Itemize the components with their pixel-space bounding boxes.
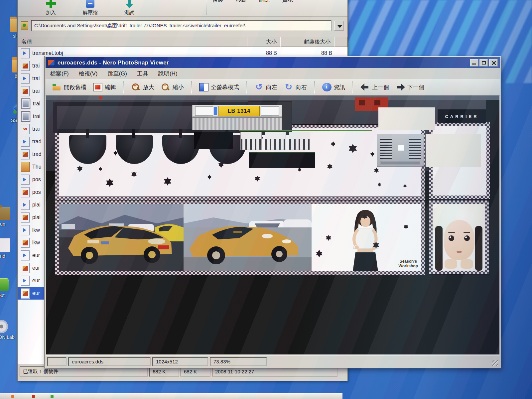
rotl-button[interactable]: ↺向左 <box>251 81 281 93</box>
bumper-bar <box>192 117 282 130</box>
desktop-icon-label: out <box>0 293 5 298</box>
menu-f[interactable]: 檔案(F) <box>50 70 69 77</box>
toolbar-button-label: 縮小 <box>173 83 184 91</box>
close-button[interactable] <box>489 59 498 66</box>
file-wdoc-icon <box>21 124 30 134</box>
file-doc-icon <box>21 225 30 235</box>
taskbar-sliver[interactable] <box>0 393 342 399</box>
star-of-david-icon <box>326 235 331 241</box>
chassis-rail <box>46 95 486 100</box>
grill-icon <box>409 138 421 159</box>
address-input[interactable]: C:\Documents and Settings\kent\桌面\drift_… <box>31 20 332 31</box>
menu-[interactable]: 工具 <box>137 70 148 77</box>
open-button[interactable]: 開啟舊檔 <box>49 81 90 93</box>
dark-box <box>194 132 233 149</box>
girl-panel: Season's Workshop <box>312 204 421 271</box>
green-trim <box>239 130 372 131</box>
column-header[interactable]: 名稱 <box>18 37 247 47</box>
file-name: pos <box>32 177 41 183</box>
menu-g[interactable]: 跳至(G) <box>107 70 127 77</box>
viewer-window: euroacres.dds - Nero PhotoSnap Viewer 檔案… <box>44 56 501 368</box>
file-img-icon <box>21 86 30 96</box>
taskbar-icon <box>32 395 35 398</box>
resize-grip[interactable] <box>492 360 498 366</box>
white-panel-a <box>378 107 435 130</box>
edit-button[interactable]: 編輯 <box>90 81 119 93</box>
archive-action-button[interactable]: 複製 <box>210 0 225 4</box>
minimize-button[interactable] <box>470 59 478 66</box>
desktop-icon-green[interactable]: out <box>0 278 15 298</box>
file-frame-icon <box>21 111 30 122</box>
toolbar-button-label: 放大 <box>143 83 154 91</box>
zin-button[interactable]: 放大 <box>128 81 158 93</box>
file-name: lkw <box>32 227 40 233</box>
file-name: trai <box>32 63 40 69</box>
star-of-david-icon <box>77 166 83 172</box>
file-name: trad <box>32 139 42 145</box>
next-icon <box>396 83 405 91</box>
archive-action-button[interactable]: 資訊 <box>280 0 295 4</box>
archive-toolbar-buttons: 加入解壓縮測試 <box>34 0 147 16</box>
prev-button[interactable]: 上一個 <box>357 81 392 93</box>
file-doc-icon <box>21 48 30 58</box>
file-name: trai <box>32 75 40 81</box>
face <box>444 220 474 260</box>
file-doc-icon <box>21 73 30 83</box>
desktop-icon-cd[interactable]: ARMON Lab <box>0 320 15 340</box>
column-header[interactable]: 大小 <box>247 37 280 47</box>
desktop-icon-label: ARMON Lab <box>0 334 15 340</box>
desktop-icon-doc[interactable]: nd <box>0 238 17 259</box>
archive-action-button[interactable]: 移動 <box>234 0 248 4</box>
file-img-icon <box>21 187 30 197</box>
file-name: eur <box>32 278 40 284</box>
archive-toolbar: 加入解壓縮測試 複製移動刪除資訊 <box>18 0 347 17</box>
toolbar-button-label: 向左 <box>266 83 277 91</box>
archive-add-button[interactable]: 加入 <box>34 0 68 16</box>
toolbar-separator <box>123 81 124 93</box>
full-icon <box>199 83 208 91</box>
star-of-david-icon <box>403 184 407 188</box>
next-button[interactable]: 下一個 <box>392 81 428 93</box>
cd-icon <box>0 320 8 333</box>
rotr-icon: ↻ <box>284 83 293 91</box>
address-dropdown-button[interactable] <box>334 21 344 31</box>
file-frame-icon <box>21 98 30 109</box>
zout-button[interactable]: 縮小 <box>158 81 187 93</box>
menu-bar: 檔案(F)檢視(V)跳至(G)工具說明(H) <box>46 68 500 79</box>
star-of-david-icon <box>106 179 114 187</box>
toolbar-separator <box>314 81 315 93</box>
file-doc-icon <box>21 137 30 147</box>
info-button[interactable]: 資訊 <box>319 81 348 93</box>
toolbar-button-label: 解壓縮 <box>83 10 98 16</box>
column-header[interactable]: 封裝後大小 <box>280 37 334 47</box>
full-button[interactable]: 全螢幕模式 <box>196 81 242 93</box>
maximize-icon <box>482 61 486 65</box>
address-path: C:\Documents and Settings\kent\桌面\drift_… <box>32 23 245 29</box>
star-of-david-icon <box>316 250 323 257</box>
archive-toolbar-actions: 複製移動刪除資訊 <box>210 0 295 16</box>
toolbar-button-label: 編輯 <box>105 83 116 91</box>
file-name: Thu <box>32 164 42 170</box>
status-filename: euroacres.dds <box>68 357 151 366</box>
viewer-title-bar[interactable]: euroacres.dds - Nero PhotoSnap Viewer <box>46 57 500 68</box>
archive-test-button[interactable]: 測試 <box>112 0 147 16</box>
column-header[interactable] <box>334 37 347 47</box>
archive-extract-button[interactable]: 解壓縮 <box>73 0 107 16</box>
file-packed-size: 88 B <box>302 50 332 56</box>
rotr-button[interactable]: ↻向右 <box>281 81 310 93</box>
toolbar-button-label: 加入 <box>46 10 56 16</box>
file-name: eur <box>32 265 40 271</box>
app-icon <box>48 60 55 66</box>
star-of-david-icon <box>349 144 357 153</box>
zin-icon <box>131 83 141 91</box>
light-modules <box>240 132 310 150</box>
desktop-icon-label: nd <box>0 253 5 259</box>
maximize-button[interactable] <box>479 59 488 66</box>
menu-h[interactable]: 說明(H) <box>158 70 178 77</box>
archive-action-button[interactable]: 刪除 <box>257 0 272 4</box>
star-of-david-icon <box>362 213 367 219</box>
toolbar-button-label: 上一個 <box>372 83 389 91</box>
desktop-icon-folderdark[interactable]: un <box>0 207 17 227</box>
menu-v[interactable]: 檢視(V) <box>79 70 98 77</box>
hand-right <box>461 259 473 269</box>
